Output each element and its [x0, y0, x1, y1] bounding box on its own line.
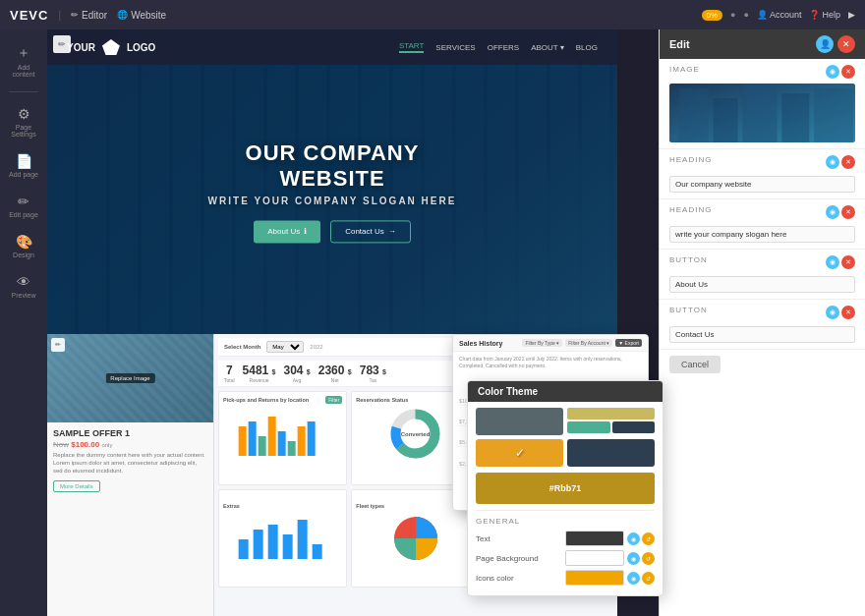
expand-btn[interactable]: ▶: [848, 10, 855, 20]
ct-swatch-bottom-row: [567, 421, 655, 433]
ct-general-row-bg: Page Background ◉ ↺: [476, 550, 655, 566]
website-label: Website: [131, 10, 166, 21]
editor-label: Editor: [82, 10, 107, 21]
ct-icon-btn-blue[interactable]: ◉: [627, 572, 640, 585]
account-menu[interactable]: 👤 Account: [757, 10, 802, 20]
filter-by-type-btn[interactable]: Filter By Type ▾: [522, 339, 562, 347]
stat-value: 783 $: [360, 364, 386, 377]
ep-section-header: BUTTON ◉ ✕: [669, 255, 855, 269]
ep-person-icon-btn[interactable]: 👤: [816, 35, 834, 53]
dot-sep2: ●: [744, 10, 749, 20]
card-title: Reservations Status: [356, 397, 408, 403]
hero-btn-contact[interactable]: Contact Us →: [330, 220, 411, 243]
ep-section-header: HEADING ◉ ✕: [669, 155, 855, 169]
help-menu[interactable]: ❓ Help: [809, 10, 840, 20]
sidebar-item-add-content[interactable]: ＋ Add content: [3, 39, 44, 83]
editor-nav-item[interactable]: ✏ Editor: [71, 10, 107, 21]
ep-field-icon-red[interactable]: ✕: [841, 205, 855, 219]
offer-edit-icon[interactable]: ✏: [51, 338, 65, 352]
card-action-btn[interactable]: Filter: [325, 396, 342, 404]
ct-icon-btn-orange[interactable]: ↺: [642, 532, 655, 545]
ct-icon-btn-orange[interactable]: ↺: [642, 552, 655, 565]
nav-link-start[interactable]: START: [399, 41, 424, 53]
button2-input[interactable]: [669, 326, 855, 343]
ct-swatch-teal[interactable]: [567, 421, 610, 433]
year-input: 2022: [310, 344, 322, 350]
month-select[interactable]: MayJune: [266, 341, 304, 353]
logo-text: VEVC: [10, 8, 48, 23]
ep-section-label: HEADING: [669, 205, 712, 214]
ct-icon-btn-blue[interactable]: ◉: [627, 532, 640, 545]
nav-link-blog[interactable]: BLOG: [576, 43, 598, 52]
ep-field-icon-red[interactable]: ✕: [841, 306, 855, 319]
main-area: ＋ Add content ⚙ Page Settings 📄 Add page…: [0, 29, 865, 616]
ct-general-row-icons: Icons color ◉ ↺: [476, 570, 655, 586]
ct-icon-btn-blue[interactable]: ◉: [627, 552, 640, 565]
ct-icons-controls: ◉ ↺: [565, 570, 655, 586]
logo-text-right: LOGO: [127, 42, 155, 53]
hero-buttons: About Us ℹ Contact Us →: [190, 220, 475, 243]
sh-header: Sales History Filter By Type ▾ Filter By…: [453, 335, 648, 352]
sidebar-item-preview[interactable]: 👁 Preview: [3, 269, 44, 304]
ep-heading1-section: HEADING ◉ ✕: [660, 149, 865, 199]
svg-rect-16: [298, 520, 308, 559]
ct-text-color-box[interactable]: [565, 531, 624, 546]
svg-rect-5: [288, 441, 296, 456]
ep-field-icon-red[interactable]: ✕: [841, 255, 855, 269]
button1-input[interactable]: [669, 276, 855, 293]
ct-bg-color-box[interactable]: [565, 550, 624, 566]
stat-label: Net: [318, 377, 352, 383]
ep-section-label: BUTTON: [669, 306, 708, 314]
top-bar-right: 0% ● ● 👤 Account ❓ Help ▶: [702, 10, 855, 21]
svg-rect-41: [781, 93, 809, 142]
ep-field-icon-blue[interactable]: ◉: [826, 205, 839, 219]
replace-image-button[interactable]: Replace Image: [105, 373, 154, 383]
hero-edit-pencil[interactable]: ✏: [53, 35, 71, 53]
ep-field-icon-blue[interactable]: ◉: [826, 255, 839, 269]
website-nav-item[interactable]: 🌐 Website: [117, 10, 166, 21]
export-btn[interactable]: ▼ Export: [615, 339, 642, 347]
sidebar-item-page-settings[interactable]: ⚙ Page Settings: [3, 101, 44, 142]
ep-field-icon-red[interactable]: ✕: [841, 155, 855, 169]
hero-btn-about[interactable]: About Us ℹ: [254, 220, 320, 243]
nav-link-services[interactable]: SERVICES: [435, 43, 475, 52]
edit-panel: Edit 👤 ✕ IMAGE ◉ ✕: [659, 29, 865, 616]
ct-swatch-gold-top[interactable]: [567, 408, 655, 420]
ep-field-icon-red[interactable]: ✕: [841, 65, 855, 79]
ct-icons-color-box[interactable]: [565, 570, 624, 586]
ct-color-icons: ◉ ↺: [627, 552, 655, 565]
hero-subtitle: WRITE YOUR COMPANY SLOGAN HERE: [190, 196, 475, 206]
sidebar-item-edit-page[interactable]: ✏ Edit page: [3, 189, 44, 223]
ct-swatch-orange[interactable]: [476, 439, 563, 467]
nav-link-about[interactable]: ABOUT ▾: [531, 43, 564, 52]
hero-nav: YOUR LOGO START SERVICES OFFERS ABOUT ▾ …: [47, 29, 617, 65]
ct-active-swatch[interactable]: #Rbb71: [476, 473, 655, 504]
filter-by-account-btn[interactable]: Filter By Account ▾: [565, 339, 612, 347]
ep-close-icon-btn[interactable]: ✕: [837, 35, 855, 53]
ep-field-icon-blue[interactable]: ◉: [826, 65, 839, 79]
nav-link-offers[interactable]: OFFERS: [488, 43, 519, 52]
sidebar-item-design[interactable]: 🎨 Design: [3, 229, 44, 263]
heading1-input[interactable]: [669, 176, 855, 193]
ct-swatch-darkblue[interactable]: [567, 439, 655, 467]
ep-header-icons: 👤 ✕: [816, 35, 855, 53]
ct-swatch-dark[interactable]: [612, 421, 656, 433]
ep-field-icon-blue[interactable]: ◉: [826, 155, 839, 169]
svg-rect-7: [308, 421, 316, 456]
sidebar-item-add-page[interactable]: 📄 Add page: [3, 148, 44, 183]
more-details-button[interactable]: More Details: [53, 480, 100, 492]
expand-icon: ▶: [848, 10, 855, 20]
sidebar-item-label: Preview: [12, 292, 36, 299]
ep-field-icon-blue[interactable]: ◉: [826, 306, 839, 319]
stat-item-2: 304 $ Avg: [284, 364, 311, 383]
svg-rect-12: [239, 539, 249, 559]
ct-swatch-darkgray[interactable]: [476, 408, 563, 435]
offer-title: SAMPLE OFFER 1: [53, 428, 207, 438]
ct-icon-btn-orange[interactable]: ↺: [642, 572, 655, 585]
price-label: only: [101, 442, 112, 448]
heading2-input[interactable]: [669, 226, 855, 243]
ep-section-header: IMAGE ◉ ✕: [669, 65, 855, 79]
cancel-button[interactable]: Cancel: [669, 356, 721, 373]
ct-bg-controls: ◉ ↺: [565, 550, 655, 566]
sh-title: Sales History: [459, 340, 502, 347]
